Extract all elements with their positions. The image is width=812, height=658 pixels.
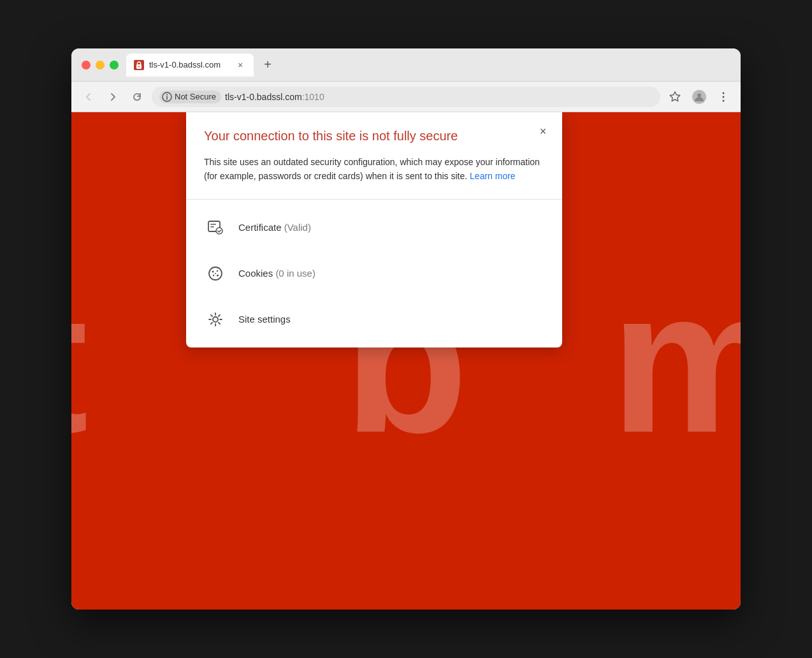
svg-point-8 (723, 99, 725, 101)
info-icon (162, 92, 172, 102)
popup-title: Your connection to this site is not full… (204, 128, 544, 145)
cookies-icon (204, 262, 227, 285)
site-settings-label: Site settings (238, 314, 291, 325)
popup-description: This site uses an outdated security conf… (204, 155, 544, 184)
svg-rect-11 (210, 226, 214, 228)
page-bg-left: t (71, 244, 89, 478)
svg-point-18 (215, 273, 216, 274)
title-bar: tls-v1-0.badssl.com × + (71, 48, 741, 82)
more-menu-button[interactable] (714, 87, 733, 106)
lock-icon (136, 61, 142, 69)
popup-header: × Your connection to this site is not fu… (186, 112, 562, 199)
tab-favicon (134, 60, 144, 70)
svg-point-6 (723, 92, 725, 94)
back-icon (83, 91, 94, 103)
new-tab-button[interactable]: + (259, 56, 277, 74)
browser-tab[interactable]: tls-v1-0.badssl.com × (126, 54, 254, 77)
certificate-icon (204, 216, 227, 239)
profile-button[interactable] (690, 87, 709, 106)
svg-point-19 (213, 317, 218, 322)
url-main: tls-v1-0.badssl.com (225, 92, 302, 102)
cookies-item[interactable]: Cookies (0 in use) (186, 251, 562, 296)
maximize-button[interactable] (110, 61, 119, 69)
svg-point-12 (216, 228, 222, 234)
minimize-button[interactable] (96, 61, 105, 69)
svg-point-7 (723, 96, 725, 98)
svg-point-17 (217, 274, 219, 276)
site-settings-icon (204, 308, 227, 331)
url-text: tls-v1-0.badssl.com:1010 (225, 92, 653, 102)
not-secure-label: Not Secure (175, 92, 216, 101)
svg-point-5 (697, 93, 701, 97)
svg-point-1 (138, 66, 140, 67)
star-icon (669, 91, 681, 103)
site-settings-item[interactable]: Site settings (186, 296, 562, 342)
forward-button[interactable] (103, 87, 122, 106)
page-bg-right: m (610, 244, 741, 478)
bookmark-button[interactable] (665, 87, 685, 106)
profile-avatar (692, 90, 706, 104)
page-content: t b m × Your connection to this site is … (71, 112, 741, 610)
security-popup: × Your connection to this site is not fu… (186, 112, 562, 347)
svg-point-15 (217, 270, 218, 272)
address-bar: Not Secure tls-v1-0.badssl.com:1010 (71, 82, 741, 112)
close-button[interactable] (82, 61, 91, 69)
reload-button[interactable] (127, 87, 147, 106)
learn-more-link[interactable]: Learn more (470, 171, 516, 181)
cookies-label: Cookies (0 in use) (238, 268, 315, 279)
svg-point-4 (166, 94, 168, 95)
info-circle-icon (162, 92, 172, 102)
svg-rect-10 (210, 224, 216, 225)
cookies-svg (207, 265, 224, 282)
certificate-label: Certificate (Valid) (238, 222, 311, 233)
browser-window: tls-v1-0.badssl.com × + (71, 48, 741, 610)
svg-point-14 (212, 270, 214, 272)
tab-bar: tls-v1-0.badssl.com × + (126, 54, 730, 77)
url-bar[interactable]: Not Secure tls-v1-0.badssl.com:1010 (152, 87, 660, 107)
svg-point-16 (213, 275, 214, 276)
url-port: :1010 (302, 92, 324, 102)
certificate-svg (207, 219, 224, 237)
traffic-lights (82, 61, 119, 69)
back-button[interactable] (79, 87, 98, 106)
forward-icon (107, 91, 119, 103)
tab-title: tls-v1-0.badssl.com (149, 60, 229, 69)
popup-items: Certificate (Valid) (186, 200, 562, 347)
security-indicator[interactable]: Not Secure (159, 91, 221, 103)
certificate-item[interactable]: Certificate (Valid) (186, 205, 562, 251)
user-icon (694, 92, 704, 102)
gear-svg (207, 311, 224, 328)
more-icon (718, 91, 729, 103)
popup-close-button[interactable]: × (534, 122, 552, 140)
tab-close-button[interactable]: × (235, 59, 246, 71)
reload-icon (131, 91, 143, 103)
